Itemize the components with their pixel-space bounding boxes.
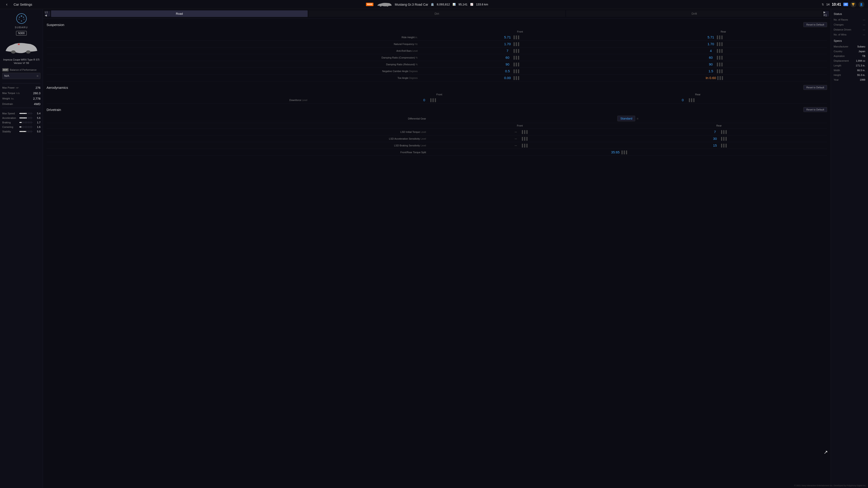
top-header: ‹ Car Settings N500 Mustang Gr.3 Road Ca… xyxy=(0,0,434,9)
svg-point-9 xyxy=(11,51,16,54)
torque-split-label: Front/Rear Torque Split xyxy=(46,149,429,156)
n300-badge: N300 xyxy=(16,31,27,35)
back-button[interactable]: ‹ xyxy=(4,1,10,8)
perf-row: Max Speed 5.4 xyxy=(2,112,40,115)
drivetrain-row: LSD Initial Torque Level -- ▌▌▌ 7 ▌▌▌ xyxy=(46,129,434,135)
suspension-title: Suspension xyxy=(46,23,64,27)
selector-icon: ≡ xyxy=(37,74,38,78)
bop-label: BOP Balance of Performance xyxy=(2,68,40,71)
spec-row: Weight lbs. 2,778 xyxy=(2,97,40,100)
tab-road[interactable]: Road xyxy=(51,10,308,17)
left-specs: Max Power HP 276 Max Torque ft-lb 260.3 … xyxy=(2,86,40,108)
suspension-row: Natural Frequency Hz 1.70 ▌▌▌ 1.70 ▌▌▌ xyxy=(46,41,434,47)
car-image-header xyxy=(376,2,392,7)
spec-row: Max Power HP 276 xyxy=(2,86,40,90)
bop-text: Balance of Performance xyxy=(10,68,37,71)
left-panel: SUBARU N300 Impreza Coupe WRX Type R STi… xyxy=(0,9,43,244)
diff-gear-row: Differential Gear Standard ≡ xyxy=(46,114,434,123)
tabs-row: L1 ◀ Road Dirt Drift ▶ R1 xyxy=(43,9,434,19)
main-layout: SUBARU N300 Impreza Coupe WRX Type R STi… xyxy=(0,9,434,244)
svg-point-4 xyxy=(21,21,22,22)
na-value: N/A xyxy=(4,74,9,77)
drivetrain-title: Drivetrain xyxy=(46,108,61,111)
drivetrain-table: Differential Gear Standard ≡ Front Rear xyxy=(46,114,434,156)
perf-row: Acceleration 5.6 xyxy=(2,117,40,119)
perf-row: Cornering 1.6 xyxy=(2,126,40,128)
suspension-row: Negative Camber Angle Degrees 0.5 ▌▌▌ 1.… xyxy=(46,68,434,74)
svg-point-7 xyxy=(19,19,20,20)
suspension-row: Ride Height in. 5.71 ▌▌▌ 5.71 ▌▌▌ xyxy=(46,34,434,41)
chevron-left-icon: L1 ◀ xyxy=(45,11,50,17)
aero-row: Downforce Level 0 ▌▌▌ 0 ▌▌▌ xyxy=(46,97,434,103)
suspension-section-header: Suspension Reset to Default xyxy=(46,22,434,27)
page-title: Car Settings xyxy=(13,2,32,6)
header-left: ‹ Car Settings xyxy=(4,1,32,8)
torque-split-value-cell: 35:65 ▌▌▌ xyxy=(430,150,434,154)
aero-section-header: Aerodynamics Reset to Default xyxy=(46,85,434,90)
subaru-logo-svg xyxy=(16,13,27,24)
tab-dirt[interactable]: Dirt xyxy=(309,10,434,17)
svg-point-1 xyxy=(386,5,388,6)
spec-row: Drivetrain 4WD xyxy=(2,102,40,106)
divider xyxy=(2,83,40,84)
header-center: N500 Mustang Gr.3 Road Car 🏦 8,093,812 📊… xyxy=(366,2,434,7)
settings-content: Suspension Reset to Default Front Rear R… xyxy=(43,19,434,244)
svg-point-0 xyxy=(380,5,381,6)
svg-point-5 xyxy=(19,17,20,18)
svg-point-2 xyxy=(17,13,26,24)
suspension-row: Damping Ratio (Rebound) % 90 ▌▌▌ 90 ▌▌▌ xyxy=(46,61,434,68)
spec-row: Max Torque ft-lb 260.3 xyxy=(2,92,40,95)
aero-title: Aerodynamics xyxy=(46,86,68,90)
perf-section: Max Speed 5.4 Acceleration 5.6 Braking xyxy=(2,112,40,135)
diff-gear-label: Differential Gear xyxy=(46,114,429,123)
svg-point-3 xyxy=(21,15,22,17)
car-name-header: Mustang Gr.3 Road Car xyxy=(395,3,428,6)
drivetrain-row: LSD Acceleration Sensitivity Level -- ▌▌… xyxy=(46,135,434,142)
svg-point-8 xyxy=(24,19,24,20)
drivetrain-front-header: Front xyxy=(429,123,434,129)
diff-gear-value-cell: Standard ≡ xyxy=(430,116,434,121)
svg-point-10 xyxy=(26,51,31,54)
suspension-row: Anti-Roll Bars Level 7 ▌▌▌ 4 ▌▌▌ xyxy=(46,47,434,54)
svg-rect-11 xyxy=(18,43,20,45)
brand-name: SUBARU xyxy=(15,26,28,29)
credits-icon: 🏦 xyxy=(431,3,434,6)
aero-table: Front Rear Downforce Level 0 ▌▌▌ 0 ▌▌▌ xyxy=(46,92,434,103)
car-svg-left xyxy=(4,39,39,55)
perf-row: Stability 5.0 xyxy=(2,130,40,133)
torque-split-row: Front/Rear Torque Split 35:65 ▌▌▌ xyxy=(46,149,434,156)
drivetrain-section-header: Drivetrain Reset to Default xyxy=(46,107,434,112)
suspension-table: Front Rear Ride Height in. 5.71 ▌▌▌ 5.71… xyxy=(46,29,434,81)
aero-front-header: Front xyxy=(310,92,434,97)
suspension-row: Toe Angle Degrees 0.00 ▌▌▌ In 0.60 ▌▌▌ xyxy=(46,74,434,81)
divider2 xyxy=(2,108,40,108)
tab-road-label: Road xyxy=(176,12,183,15)
perf-row: Braking 1.7 xyxy=(2,121,40,124)
na-selector[interactable]: N/A ≡ xyxy=(2,73,40,79)
svg-point-6 xyxy=(23,17,24,18)
brand-logo xyxy=(15,12,28,25)
drivetrain-row: LSD Braking Sensitivity Level -- ▌▌▌ 15 … xyxy=(46,142,434,149)
front-col-header: Front xyxy=(421,29,434,34)
n500-badge: N500 xyxy=(366,3,374,6)
center-panel: L1 ◀ Road Dirt Drift ▶ R1 Suspension Res… xyxy=(43,9,434,244)
car-image-left xyxy=(3,38,39,56)
suspension-row: Damping Ratio (Compression) % 60 ▌▌▌ 60 … xyxy=(46,54,434,61)
bop-badge: BOP xyxy=(2,68,8,71)
tab-prev-button[interactable]: L1 ◀ xyxy=(45,11,50,17)
car-name-left: Impreza Coupe WRX Type R STi Version VI … xyxy=(2,58,40,65)
